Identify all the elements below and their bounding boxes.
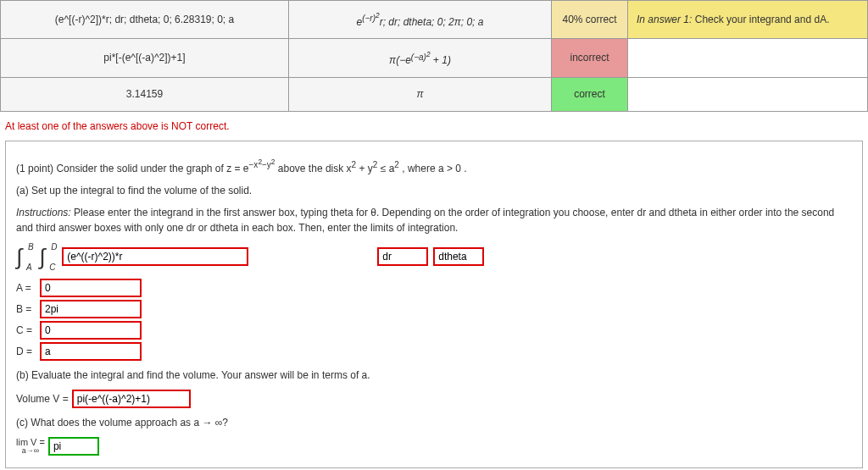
stem-text: , where [402, 163, 438, 174]
entered-cell: pi*[-(e^[(-a)^2])+1] [1, 39, 289, 77]
stem-text: Consider the solid under the graph of [56, 163, 226, 174]
instructions-text: Please enter the integrand in the first … [16, 207, 834, 234]
table-row: (e^[(-r)^2])*r; dr; dtheta; 0; 6.28319; … [1, 1, 868, 39]
status-cell: correct [552, 77, 628, 111]
instructions: Instructions: Please enter the integrand… [16, 205, 852, 235]
entered-cell: 3.14159 [1, 77, 289, 111]
lim-symbol: lim V = a→∞ [16, 438, 45, 455]
inner-lower: C [49, 263, 55, 272]
limit-label: B = [16, 303, 40, 315]
hint-text: Check your integrand and dA. [695, 14, 830, 25]
points-label: (1 point) [16, 163, 53, 174]
table-row: pi*[-(e^[(-a)^2])+1] π(−e(−a)2 + 1) inco… [1, 39, 868, 77]
lim-bottom: a→∞ [22, 447, 39, 455]
inner-integral-icon: ∫ D C [39, 244, 45, 270]
diff2-input[interactable] [433, 247, 484, 266]
problem-body: (1 point) Consider the solid under the g… [5, 141, 863, 468]
preview-cell: π [289, 77, 552, 111]
stem-cond: a > 0 [438, 163, 461, 174]
results-table: (e^[(-r)^2])*r; dr; dtheta; 0; 6.28319; … [0, 0, 868, 112]
outer-lower: A [26, 263, 32, 272]
status-cell: 40% correct [552, 1, 628, 39]
part-b-label: (b) Evaluate the integral and find the v… [16, 368, 852, 383]
part-c-label: (c) What does the volume approach as a →… [16, 415, 852, 430]
stem-text: above the disk [278, 163, 347, 174]
limit-b-input[interactable] [40, 300, 142, 318]
stem-disk: x2 + y2 ≤ a2 [347, 163, 399, 174]
diff1-input[interactable] [377, 247, 428, 266]
hint-cell [628, 77, 868, 111]
instructions-label: Instructions: [16, 207, 71, 218]
hint-prefix: In answer 1: [637, 14, 692, 25]
volume-label: Volume V = [16, 393, 69, 405]
integral-row: ∫ B A ∫ D C [16, 244, 852, 270]
limit-a-input[interactable] [40, 279, 142, 297]
limits-grid: A = B = C = D = [16, 279, 852, 361]
limit-d-input[interactable] [40, 342, 142, 361]
preview-cell: e(−r)2r; dr; dtheta; 0; 2π; 0; a [289, 1, 552, 39]
inner-upper: D [51, 242, 57, 252]
outer-integral-icon: ∫ B A [16, 244, 22, 270]
stem-text: . [464, 163, 466, 174]
limit-value-input[interactable] [48, 437, 99, 456]
problem-stem: (1 point) Consider the solid under the g… [16, 157, 852, 176]
part-a-label: (a) Set up the integral to find the volu… [16, 183, 852, 198]
warning-text: At least one of the answers above is NOT… [0, 112, 868, 141]
limit-label: C = [16, 324, 40, 336]
volume-row: Volume V = [16, 390, 852, 408]
limit-label: D = [16, 346, 40, 357]
table-row: 3.14159 π correct [1, 77, 868, 111]
entered-cell: (e^[(-r)^2])*r; dr; dtheta; 0; 6.28319; … [1, 1, 289, 39]
outer-upper: B [28, 242, 34, 252]
stem-equation: z = e−x2−y2 [226, 163, 275, 174]
status-cell: incorrect [552, 39, 628, 77]
limit-label: A = [16, 282, 40, 294]
hint-cell: In answer 1: Check your integrand and dA… [628, 1, 868, 39]
limit-c-input[interactable] [40, 321, 142, 340]
limit-row: lim V = a→∞ [16, 437, 852, 456]
volume-input[interactable] [72, 390, 191, 408]
preview-cell: π(−e(−a)2 + 1) [289, 39, 552, 77]
hint-cell [628, 39, 868, 77]
integrand-input[interactable] [62, 247, 248, 266]
